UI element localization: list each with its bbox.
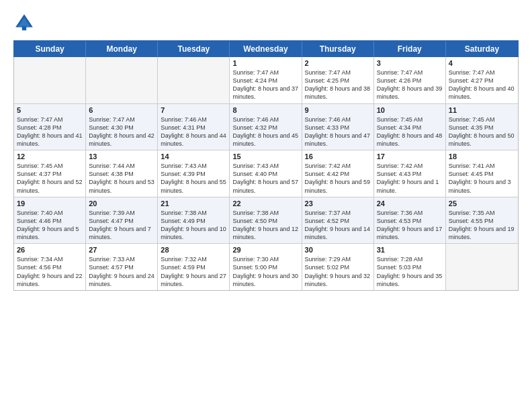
day-number: 16 <box>305 152 371 161</box>
day-number: 21 <box>161 199 226 208</box>
day-of-week-saturday: Saturday <box>446 41 518 57</box>
day-cell-28: 28Sunrise: 7:32 AM Sunset: 4:59 PM Dayli… <box>158 244 230 290</box>
day-cell-14: 14Sunrise: 7:43 AM Sunset: 4:39 PM Dayli… <box>158 150 230 197</box>
day-cell-25: 25Sunrise: 7:35 AM Sunset: 4:55 PM Dayli… <box>446 197 518 244</box>
day-number: 10 <box>377 106 443 114</box>
day-number: 12 <box>17 152 83 161</box>
day-number: 3 <box>377 59 443 67</box>
calendar-row-2: 5Sunrise: 7:47 AM Sunset: 4:28 PM Daylig… <box>14 104 518 151</box>
day-number: 11 <box>449 106 515 114</box>
day-info: Sunrise: 7:42 AM Sunset: 4:42 PM Dayligh… <box>305 162 371 195</box>
day-number: 19 <box>17 199 83 208</box>
day-info: Sunrise: 7:44 AM Sunset: 4:38 PM Dayligh… <box>89 162 154 195</box>
day-cell-19: 19Sunrise: 7:40 AM Sunset: 4:46 PM Dayli… <box>14 197 86 244</box>
day-info: Sunrise: 7:45 AM Sunset: 4:35 PM Dayligh… <box>449 116 515 148</box>
day-info: Sunrise: 7:36 AM Sunset: 4:53 PM Dayligh… <box>377 209 443 242</box>
day-cell-12: 12Sunrise: 7:45 AM Sunset: 4:37 PM Dayli… <box>14 150 86 197</box>
day-cell-9: 9Sunrise: 7:46 AM Sunset: 4:33 PM Daylig… <box>302 104 374 150</box>
day-cell-7: 7Sunrise: 7:46 AM Sunset: 4:31 PM Daylig… <box>158 104 230 150</box>
day-info: Sunrise: 7:28 AM Sunset: 5:03 PM Dayligh… <box>377 255 443 288</box>
day-info: Sunrise: 7:38 AM Sunset: 4:50 PM Dayligh… <box>232 209 298 242</box>
day-info: Sunrise: 7:46 AM Sunset: 4:32 PM Dayligh… <box>232 116 298 148</box>
day-number: 28 <box>161 246 226 254</box>
day-cell-1: 1Sunrise: 7:47 AM Sunset: 4:24 PM Daylig… <box>230 57 302 103</box>
day-cell-23: 23Sunrise: 7:37 AM Sunset: 4:52 PM Dayli… <box>302 197 374 244</box>
day-info: Sunrise: 7:29 AM Sunset: 5:02 PM Dayligh… <box>305 255 371 288</box>
day-of-week-monday: Monday <box>86 41 158 57</box>
day-of-week-friday: Friday <box>374 41 446 57</box>
day-number: 29 <box>232 246 298 254</box>
day-number: 18 <box>449 152 515 161</box>
day-info: Sunrise: 7:35 AM Sunset: 4:55 PM Dayligh… <box>449 209 515 242</box>
day-number: 31 <box>377 246 443 254</box>
day-number: 15 <box>232 152 298 161</box>
day-of-week-sunday: Sunday <box>14 41 86 57</box>
day-info: Sunrise: 7:47 AM Sunset: 4:30 PM Dayligh… <box>89 116 154 148</box>
day-number: 22 <box>232 199 298 208</box>
empty-cell <box>158 57 230 103</box>
day-info: Sunrise: 7:43 AM Sunset: 4:39 PM Dayligh… <box>161 162 226 195</box>
day-number: 24 <box>377 199 443 208</box>
calendar-row-3: 12Sunrise: 7:45 AM Sunset: 4:37 PM Dayli… <box>14 150 518 197</box>
day-info: Sunrise: 7:45 AM Sunset: 4:34 PM Dayligh… <box>377 116 443 148</box>
day-info: Sunrise: 7:33 AM Sunset: 4:57 PM Dayligh… <box>89 255 154 288</box>
page: SundayMondayTuesdayWednesdayThursdayFrid… <box>0 0 532 411</box>
day-info: Sunrise: 7:38 AM Sunset: 4:49 PM Dayligh… <box>161 209 226 242</box>
day-number: 25 <box>449 199 515 208</box>
day-number: 2 <box>305 59 371 67</box>
day-cell-5: 5Sunrise: 7:47 AM Sunset: 4:28 PM Daylig… <box>14 104 86 150</box>
day-info: Sunrise: 7:45 AM Sunset: 4:37 PM Dayligh… <box>17 162 83 195</box>
day-info: Sunrise: 7:30 AM Sunset: 5:00 PM Dayligh… <box>232 255 298 288</box>
day-number: 30 <box>305 246 371 254</box>
day-info: Sunrise: 7:40 AM Sunset: 4:46 PM Dayligh… <box>17 209 83 242</box>
empty-cell <box>86 57 158 103</box>
day-cell-20: 20Sunrise: 7:39 AM Sunset: 4:47 PM Dayli… <box>86 197 158 244</box>
day-cell-21: 21Sunrise: 7:38 AM Sunset: 4:49 PM Dayli… <box>158 197 230 244</box>
logo-icon <box>13 12 35 34</box>
day-info: Sunrise: 7:47 AM Sunset: 4:27 PM Dayligh… <box>449 68 515 101</box>
day-cell-16: 16Sunrise: 7:42 AM Sunset: 4:42 PM Dayli… <box>302 150 374 197</box>
calendar-header: SundayMondayTuesdayWednesdayThursdayFrid… <box>14 41 518 57</box>
calendar-body-border: 1Sunrise: 7:47 AM Sunset: 4:24 PM Daylig… <box>13 57 519 291</box>
day-cell-4: 4Sunrise: 7:47 AM Sunset: 4:27 PM Daylig… <box>446 57 518 103</box>
day-number: 17 <box>377 152 443 161</box>
day-cell-29: 29Sunrise: 7:30 AM Sunset: 5:00 PM Dayli… <box>230 244 302 290</box>
calendar: SundayMondayTuesdayWednesdayThursdayFrid… <box>13 40 519 404</box>
day-info: Sunrise: 7:39 AM Sunset: 4:47 PM Dayligh… <box>89 209 154 242</box>
day-cell-26: 26Sunrise: 7:34 AM Sunset: 4:56 PM Dayli… <box>14 244 86 290</box>
calendar-header-wrapper: SundayMondayTuesdayWednesdayThursdayFrid… <box>13 40 519 57</box>
day-number: 1 <box>232 59 298 67</box>
day-number: 20 <box>89 199 154 208</box>
day-info: Sunrise: 7:47 AM Sunset: 4:25 PM Dayligh… <box>305 68 371 101</box>
day-info: Sunrise: 7:43 AM Sunset: 4:40 PM Dayligh… <box>232 162 298 195</box>
day-cell-15: 15Sunrise: 7:43 AM Sunset: 4:40 PM Dayli… <box>230 150 302 197</box>
empty-cell <box>14 57 86 103</box>
day-cell-3: 3Sunrise: 7:47 AM Sunset: 4:26 PM Daylig… <box>374 57 446 103</box>
day-number: 14 <box>161 152 226 161</box>
day-cell-11: 11Sunrise: 7:45 AM Sunset: 4:35 PM Dayli… <box>446 104 518 150</box>
day-info: Sunrise: 7:41 AM Sunset: 4:45 PM Dayligh… <box>449 162 515 195</box>
day-of-week-thursday: Thursday <box>302 41 374 57</box>
day-cell-18: 18Sunrise: 7:41 AM Sunset: 4:45 PM Dayli… <box>446 150 518 197</box>
day-info: Sunrise: 7:46 AM Sunset: 4:33 PM Dayligh… <box>305 116 371 148</box>
calendar-body: 1Sunrise: 7:47 AM Sunset: 4:24 PM Daylig… <box>14 57 518 290</box>
day-info: Sunrise: 7:47 AM Sunset: 4:28 PM Dayligh… <box>17 116 83 148</box>
day-number: 6 <box>89 106 154 114</box>
day-of-week-wednesday: Wednesday <box>230 41 302 57</box>
svg-rect-2 <box>22 26 26 30</box>
day-cell-22: 22Sunrise: 7:38 AM Sunset: 4:50 PM Dayli… <box>230 197 302 244</box>
day-cell-31: 31Sunrise: 7:28 AM Sunset: 5:03 PM Dayli… <box>374 244 446 290</box>
day-cell-2: 2Sunrise: 7:47 AM Sunset: 4:25 PM Daylig… <box>302 57 374 103</box>
day-cell-27: 27Sunrise: 7:33 AM Sunset: 4:57 PM Dayli… <box>86 244 158 290</box>
day-info: Sunrise: 7:32 AM Sunset: 4:59 PM Dayligh… <box>161 255 226 288</box>
day-of-week-tuesday: Tuesday <box>158 41 230 57</box>
calendar-row-4: 19Sunrise: 7:40 AM Sunset: 4:46 PM Dayli… <box>14 197 518 244</box>
day-cell-17: 17Sunrise: 7:42 AM Sunset: 4:43 PM Dayli… <box>374 150 446 197</box>
day-cell-24: 24Sunrise: 7:36 AM Sunset: 4:53 PM Dayli… <box>374 197 446 244</box>
day-cell-10: 10Sunrise: 7:45 AM Sunset: 4:34 PM Dayli… <box>374 104 446 150</box>
day-number: 7 <box>161 106 226 114</box>
day-number: 9 <box>305 106 371 114</box>
day-number: 8 <box>232 106 298 114</box>
day-number: 27 <box>89 246 154 254</box>
calendar-row-5: 26Sunrise: 7:34 AM Sunset: 4:56 PM Dayli… <box>14 244 518 290</box>
